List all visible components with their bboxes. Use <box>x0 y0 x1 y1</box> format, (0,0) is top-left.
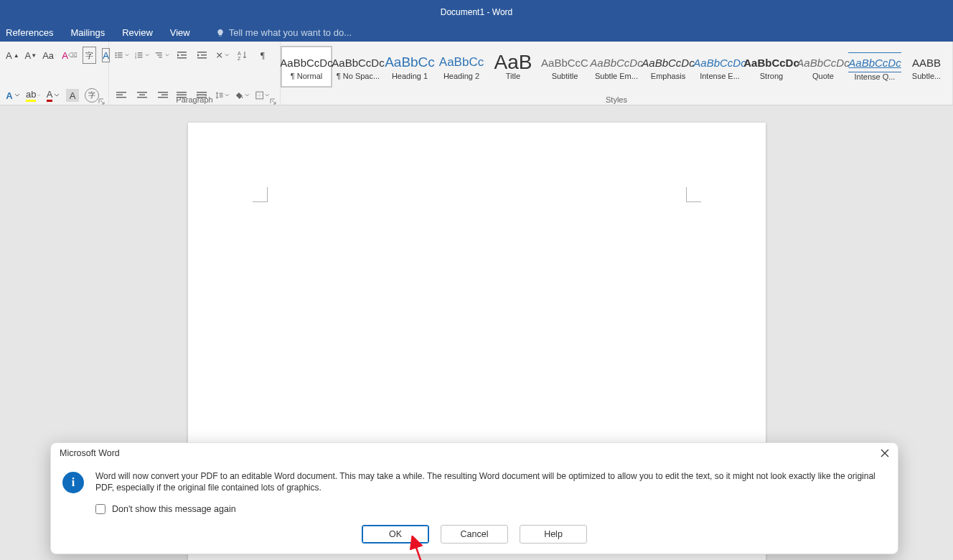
svg-rect-32 <box>177 92 187 93</box>
bullets-icon <box>115 50 123 60</box>
tab-mailings[interactable]: Mailings <box>70 27 105 38</box>
style-subtle-[interactable]: AABBSubtle... <box>901 46 952 87</box>
clear-formatting-button[interactable]: A⌫ <box>62 48 77 62</box>
svg-rect-15 <box>177 52 187 53</box>
text-effects-button[interactable]: A <box>6 88 20 103</box>
svg-rect-38 <box>220 93 223 94</box>
increase-indent-button[interactable] <box>195 48 210 62</box>
multilevel-icon <box>155 50 164 60</box>
ribbon-group-font: A▲ A▼ Aa A⌫ 字 A A ab A A 字 <box>0 42 109 105</box>
svg-rect-9 <box>138 54 143 55</box>
svg-rect-14 <box>159 57 162 57</box>
phonetic-guide-button[interactable]: 字 <box>83 47 96 64</box>
enclose-characters-button[interactable]: 字 <box>85 88 99 103</box>
info-icon: i <box>62 472 84 493</box>
style-intense-q-[interactable]: AaBbCcDcIntense Q... <box>849 46 901 87</box>
tab-review[interactable]: Review <box>122 27 153 38</box>
sort-button[interactable]: AZ <box>235 48 250 62</box>
svg-rect-5 <box>118 57 123 57</box>
change-case-button[interactable]: Aa <box>42 48 57 62</box>
dialog-title-text: Microsoft Word <box>60 448 120 458</box>
show-paragraph-marks-button[interactable]: ¶ <box>255 48 270 62</box>
decrease-indent-button[interactable] <box>175 48 189 62</box>
style--normal[interactable]: AaBbCcDc¶ Normal <box>281 46 332 87</box>
svg-rect-11 <box>138 57 143 57</box>
tell-me-search[interactable]: Tell me what you want to do... <box>216 27 352 38</box>
svg-rect-35 <box>197 92 207 93</box>
shrink-font-button[interactable]: A▼ <box>25 48 37 62</box>
svg-text:3: 3 <box>135 57 136 60</box>
ribbon-group-paragraph: 123 AZ ¶ Paragraph <box>109 42 281 105</box>
close-icon <box>881 449 889 457</box>
svg-rect-7 <box>138 52 143 53</box>
svg-rect-1 <box>118 52 123 53</box>
cancel-button[interactable]: Cancel <box>441 525 508 544</box>
bullets-button[interactable] <box>115 48 129 62</box>
paragraph-group-launcher[interactable] <box>270 95 277 103</box>
ribbon-tabs: References Mailings Review View Tell me … <box>0 24 953 42</box>
tab-view[interactable]: View <box>170 27 190 38</box>
multilevel-list-button[interactable] <box>155 48 169 62</box>
font-group-launcher[interactable] <box>98 95 105 103</box>
outdent-icon <box>177 50 188 60</box>
svg-text:A: A <box>238 51 241 56</box>
svg-rect-3 <box>118 54 123 55</box>
font-color-button[interactable]: A <box>46 88 60 103</box>
style-subtitle[interactable]: AaBbCcCSubtitle <box>539 46 591 87</box>
document-workspace: Microsoft Word i Word will now convert y… <box>0 105 953 560</box>
numbering-icon: 123 <box>135 50 144 60</box>
style-quote[interactable]: AaBbCcDcQuote <box>797 46 849 87</box>
styles-group-label: Styles <box>281 95 952 104</box>
grow-font-button[interactable]: A▲ <box>6 48 19 62</box>
dialog-message: Word will now convert your PDF to an edi… <box>95 470 886 493</box>
svg-point-0 <box>116 52 117 54</box>
character-shading-button[interactable]: A <box>66 89 79 102</box>
dont-show-again-checkbox[interactable]: Don't show this message again <box>51 498 898 521</box>
dont-show-again-input[interactable] <box>95 504 105 514</box>
svg-point-4 <box>116 57 117 58</box>
ribbon-group-styles: AaBbCcDc¶ NormalAaBbCcDc¶ No Spac...AaBb… <box>281 42 953 105</box>
svg-rect-17 <box>177 57 187 59</box>
svg-text:Z: Z <box>238 56 241 60</box>
svg-rect-19 <box>201 54 207 56</box>
help-button[interactable]: Help <box>520 525 587 544</box>
indent-icon <box>197 50 208 60</box>
tell-me-placeholder: Tell me what you want to do... <box>229 27 352 38</box>
style--no-spac-[interactable]: AaBbCcDc¶ No Spac... <box>332 46 384 87</box>
ok-button[interactable]: OK <box>362 525 429 544</box>
style-strong[interactable]: AaBbCcDcStrong <box>746 46 797 87</box>
paragraph-group-label: Paragraph <box>109 95 280 104</box>
style-title[interactable]: AaBTitle <box>487 46 539 87</box>
dont-show-again-label: Don't show this message again <box>112 504 236 514</box>
style-intense-e-[interactable]: AaBbCcDcIntense E... <box>694 46 746 87</box>
sort-icon: AZ <box>238 50 248 60</box>
svg-rect-26 <box>137 92 147 93</box>
svg-rect-29 <box>158 92 168 93</box>
window-titlebar: Document1 - Word <box>0 0 953 24</box>
highlight-color-button[interactable]: ab <box>26 88 40 103</box>
svg-rect-16 <box>181 54 187 56</box>
tab-references[interactable]: References <box>6 27 53 38</box>
dialog-pdf-convert: Microsoft Word i Word will now convert y… <box>50 442 898 554</box>
margin-corner-tr <box>686 187 701 202</box>
style-heading-2[interactable]: AaBbCcHeading 2 <box>436 46 487 87</box>
asian-layout-button[interactable] <box>215 48 230 62</box>
lightbulb-icon <box>216 29 225 37</box>
style-gallery[interactable]: AaBbCcDc¶ NormalAaBbCcDc¶ No Spac...AaBb… <box>281 46 952 89</box>
window-title: Document1 - Word <box>441 7 512 17</box>
style-emphasis[interactable]: AaBbCcDcEmphasis <box>642 46 694 87</box>
margin-corner-tl <box>253 187 268 202</box>
svg-rect-18 <box>197 52 207 53</box>
dialog-close-button[interactable] <box>878 446 892 460</box>
svg-rect-12 <box>156 52 162 53</box>
style-subtle-em-[interactable]: AaBbCcDcSubtle Em... <box>591 46 642 87</box>
svg-rect-20 <box>197 57 207 59</box>
style-heading-1[interactable]: AaBbCcHeading 1 <box>384 46 436 87</box>
svg-rect-13 <box>157 54 162 55</box>
svg-point-2 <box>116 54 117 56</box>
ribbon: A▲ A▼ Aa A⌫ 字 A A ab A A 字 123 AZ ¶ <box>0 42 953 105</box>
numbering-button[interactable]: 123 <box>135 48 149 62</box>
svg-rect-23 <box>116 92 126 93</box>
